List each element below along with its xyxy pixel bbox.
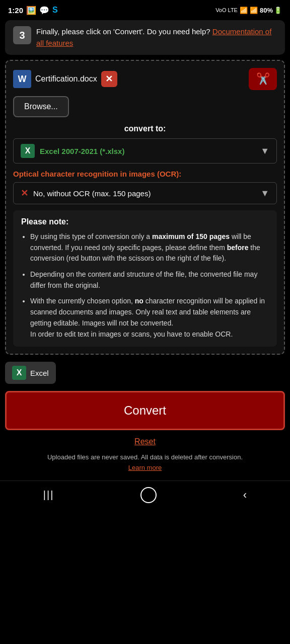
- file-row: W Certification.docx ✕ ✂️: [13, 68, 277, 90]
- note-1-p1: By using this type of conversion only a: [30, 232, 152, 240]
- format-dropdown-inner: X Excel 2007-2021 (*.xlsx): [21, 144, 124, 158]
- note-item-3: With the currently chosen option, no cha…: [30, 296, 269, 340]
- battery-percent: 80%: [260, 7, 273, 14]
- main-card: W Certification.docx ✕ ✂️ Browse... conv…: [5, 60, 285, 355]
- note-title: Please note:: [21, 217, 269, 226]
- bottom-area: X Excel Convert Reset Uploaded files are…: [0, 362, 290, 473]
- footer-main-text: Uploaded files are never saved. All data…: [47, 453, 243, 461]
- ocr-x-icon: ✕: [21, 188, 28, 199]
- format-dropdown-text: Excel 2007-2021 (*.xlsx): [40, 147, 124, 155]
- note-3-bold: no: [135, 297, 143, 305]
- nav-home-button[interactable]: [140, 487, 157, 503]
- status-bar: 1:20 🖼️ 💬 S VoO LTE 📶 📶 80% 🔋: [0, 0, 290, 18]
- remove-file-button[interactable]: ✕: [101, 71, 117, 87]
- ocr-label: Optical character recognition in images …: [13, 170, 277, 178]
- network-label: VoO LTE: [215, 7, 238, 13]
- battery-icon: 🔋: [274, 7, 282, 14]
- instruction-text: Finally, please click on 'Convert'. Do y…: [36, 26, 277, 49]
- battery-indicator: 80% 🔋: [260, 7, 282, 14]
- nav-bar: ||| ‹: [0, 480, 290, 508]
- ocr-dropdown-text: No, without OCR (max. 150 pages): [33, 189, 151, 198]
- excel-badge: X Excel: [5, 362, 56, 384]
- excel-badge-label: Excel: [30, 369, 49, 377]
- message-icon: 💬: [39, 6, 49, 15]
- excel-badge-icon: X: [12, 366, 26, 380]
- ocr-dropdown-arrow: ▼: [260, 188, 269, 199]
- scissors-icon: ✂️: [256, 72, 270, 86]
- note-1-b2: before: [227, 244, 249, 252]
- x-icon: ✕: [105, 73, 113, 85]
- nav-recents-button[interactable]: |||: [43, 489, 54, 501]
- status-time: 1:20 🖼️ 💬 S: [8, 6, 58, 15]
- gallery-icon: 🖼️: [26, 6, 36, 15]
- excel-format-icon: X: [21, 144, 35, 158]
- ocr-dropdown-inner: ✕ No, without OCR (max. 150 pages): [21, 188, 151, 199]
- instruction-bar: 3 Finally, please click on 'Convert'. Do…: [5, 20, 285, 55]
- format-dropdown[interactable]: X Excel 2007-2021 (*.xlsx) ▼: [13, 138, 277, 164]
- footer-text: Uploaded files are never saved. All data…: [5, 452, 285, 473]
- note-box: Please note: By using this type of conve…: [13, 210, 277, 347]
- reset-link[interactable]: Reset: [134, 437, 156, 446]
- reset-link-container: Reset: [5, 437, 285, 446]
- convert-to-label: convert to:: [13, 124, 277, 133]
- instruction-main-text: Finally, please click on 'Convert'. Do y…: [36, 27, 210, 36]
- file-name: Certification.docx: [35, 74, 97, 84]
- note-item-1: By using this type of conversion only a …: [30, 231, 269, 264]
- learn-more-link[interactable]: Learn more: [128, 464, 162, 471]
- browse-button[interactable]: Browse...: [13, 96, 69, 117]
- convert-button[interactable]: Convert: [5, 391, 285, 430]
- signal-icon: 📶: [240, 7, 248, 14]
- file-info: W Certification.docx ✕: [13, 70, 117, 88]
- signal-icon-2: 📶: [250, 7, 258, 14]
- note-list: By using this type of conversion only a …: [21, 231, 269, 340]
- ocr-dropdown[interactable]: ✕ No, without OCR (max. 150 pages) ▼: [13, 182, 277, 204]
- format-dropdown-arrow: ▼: [260, 146, 269, 156]
- note-1-b1: maximum of 150 pages: [152, 232, 230, 240]
- scissors-button[interactable]: ✂️: [249, 68, 277, 90]
- skype-icon: S: [52, 6, 58, 15]
- nav-back-button[interactable]: ‹: [243, 489, 247, 502]
- note-item-2: Depending on the content and structure o…: [30, 269, 269, 291]
- note-3-p1: With the currently chosen option,: [30, 297, 135, 305]
- step-number: 3: [13, 26, 31, 44]
- status-indicators: VoO LTE 📶 📶 80% 🔋: [215, 7, 282, 14]
- word-file-icon: W: [13, 70, 31, 88]
- time-display: 1:20: [8, 6, 23, 15]
